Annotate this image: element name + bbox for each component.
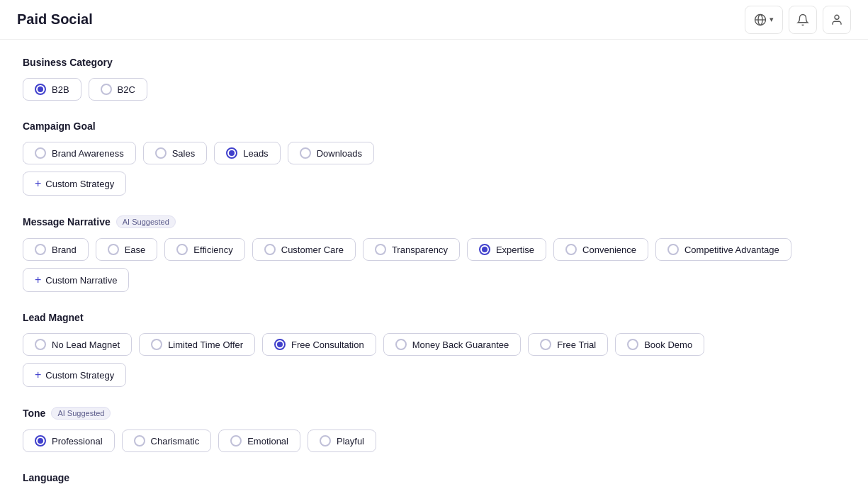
option-b2b[interactable]: B2B bbox=[23, 78, 81, 101]
option-free-consultation-label: Free Consultation bbox=[291, 339, 364, 350]
option-book-demo-label: Book Demo bbox=[644, 339, 692, 350]
option-limited-time-offer[interactable]: Limited Time Offer bbox=[139, 333, 255, 356]
option-limited-time-offer-label: Limited Time Offer bbox=[168, 339, 243, 350]
option-no-lead-magnet[interactable]: No Lead Magnet bbox=[23, 333, 132, 356]
option-leads-label: Leads bbox=[243, 148, 268, 159]
language-section: Language bbox=[23, 472, 845, 483]
campaign-goal-title: Campaign Goal bbox=[23, 120, 96, 132]
radio-customer-care bbox=[264, 244, 276, 255]
message-narrative-title: Message Narrative bbox=[23, 216, 111, 228]
option-convenience-label: Convenience bbox=[582, 245, 636, 255]
option-charismatic[interactable]: Charismatic bbox=[122, 430, 212, 452]
business-category-title: Business Category bbox=[23, 57, 113, 68]
option-book-demo[interactable]: Book Demo bbox=[615, 333, 704, 356]
radio-b2c bbox=[101, 84, 112, 95]
radio-free-consultation bbox=[274, 339, 286, 350]
radio-convenience bbox=[565, 244, 577, 255]
option-downloads-label: Downloads bbox=[317, 148, 362, 159]
option-free-consultation[interactable]: Free Consultation bbox=[262, 333, 376, 356]
globe-icon bbox=[754, 13, 767, 26]
message-narrative-section: Message Narrative AI Suggested Brand Eas… bbox=[23, 215, 845, 292]
option-professional[interactable]: Professional bbox=[23, 430, 115, 452]
lead-magnet-options: No Lead Magnet Limited Time Offer Free C… bbox=[23, 333, 845, 356]
option-emotional[interactable]: Emotional bbox=[218, 430, 300, 452]
campaign-goal-custom-row: + Custom Strategy bbox=[23, 172, 845, 196]
message-narrative-ai-badge: AI Suggested bbox=[116, 215, 176, 228]
radio-brand-awareness bbox=[35, 147, 46, 159]
option-expertise[interactable]: Expertise bbox=[467, 238, 546, 261]
radio-brand bbox=[35, 244, 46, 255]
option-downloads[interactable]: Downloads bbox=[288, 142, 374, 164]
language-selector-button[interactable]: ▾ bbox=[745, 6, 783, 34]
option-free-trial[interactable]: Free Trial bbox=[528, 333, 608, 356]
lead-magnet-custom-button[interactable]: + Custom Strategy bbox=[23, 363, 126, 387]
option-sales-label: Sales bbox=[172, 148, 196, 159]
option-efficiency[interactable]: Efficiency bbox=[164, 238, 244, 261]
radio-professional bbox=[35, 435, 46, 447]
radio-transparency bbox=[375, 244, 386, 255]
option-no-lead-magnet-label: No Lead Magnet bbox=[52, 339, 120, 350]
option-customer-care[interactable]: Customer Care bbox=[252, 238, 356, 261]
option-sales[interactable]: Sales bbox=[143, 142, 208, 164]
option-playful-label: Playful bbox=[337, 436, 364, 447]
radio-competitive-advantage bbox=[667, 244, 679, 255]
svg-point-3 bbox=[835, 15, 839, 19]
lead-magnet-section: Lead Magnet No Lead Magnet Limited Time … bbox=[23, 312, 845, 387]
message-narrative-custom-row: + Custom Narrative bbox=[23, 268, 845, 292]
language-header: Language bbox=[23, 472, 845, 483]
option-b2c-label: B2C bbox=[118, 84, 135, 95]
plus-icon: + bbox=[35, 177, 41, 190]
option-leads[interactable]: Leads bbox=[214, 142, 280, 164]
user-profile-button[interactable] bbox=[823, 6, 851, 34]
notification-button[interactable] bbox=[789, 6, 817, 34]
message-narrative-options: Brand Ease Efficiency Customer Care Tran… bbox=[23, 238, 845, 261]
lead-magnet-title: Lead Magnet bbox=[23, 312, 84, 323]
business-category-options: B2B B2C bbox=[23, 78, 845, 101]
option-convenience[interactable]: Convenience bbox=[553, 238, 648, 261]
campaign-goal-section: Campaign Goal Brand Awareness Sales Lead… bbox=[23, 120, 845, 196]
option-money-back-guarantee[interactable]: Money Back Guarantee bbox=[383, 333, 522, 356]
option-ease[interactable]: Ease bbox=[96, 238, 158, 261]
option-competitive-advantage[interactable]: Competitive Advantage bbox=[655, 238, 791, 261]
radio-leads bbox=[226, 147, 237, 159]
message-narrative-header: Message Narrative AI Suggested bbox=[23, 215, 845, 228]
option-brand[interactable]: Brand bbox=[23, 238, 89, 261]
radio-downloads bbox=[300, 147, 311, 159]
campaign-custom-strategy-button[interactable]: + Custom Strategy bbox=[23, 172, 126, 196]
campaign-goal-header: Campaign Goal bbox=[23, 120, 845, 132]
radio-book-demo bbox=[627, 339, 638, 350]
radio-free-trial bbox=[540, 339, 551, 350]
option-ease-label: Ease bbox=[125, 245, 146, 255]
option-transparency[interactable]: Transparency bbox=[363, 238, 460, 261]
option-playful[interactable]: Playful bbox=[308, 430, 376, 452]
radio-efficiency bbox=[176, 244, 188, 255]
radio-sales bbox=[155, 147, 167, 159]
plus-icon-2: + bbox=[35, 274, 41, 286]
option-emotional-label: Emotional bbox=[247, 436, 288, 447]
radio-expertise bbox=[479, 244, 490, 255]
lead-magnet-custom-label: Custom Strategy bbox=[45, 370, 114, 381]
option-free-trial-label: Free Trial bbox=[557, 339, 596, 350]
radio-ease bbox=[108, 244, 119, 255]
header: Paid Social ▾ bbox=[0, 0, 868, 40]
option-transparency-label: Transparency bbox=[392, 245, 448, 255]
business-category-section: Business Category B2B B2C bbox=[23, 57, 845, 101]
option-b2b-label: B2B bbox=[52, 84, 69, 95]
tone-options: Professional Charismatic Emotional Playf… bbox=[23, 430, 845, 452]
lead-magnet-header: Lead Magnet bbox=[23, 312, 845, 323]
tone-header: Tone AI Suggested bbox=[23, 407, 845, 420]
option-b2c[interactable]: B2C bbox=[89, 78, 147, 101]
narrative-custom-button[interactable]: + Custom Narrative bbox=[23, 268, 129, 292]
radio-b2b bbox=[35, 84, 46, 95]
option-brand-awareness-label: Brand Awareness bbox=[52, 148, 124, 159]
bell-icon bbox=[796, 13, 809, 26]
option-customer-care-label: Customer Care bbox=[281, 245, 344, 255]
option-efficiency-label: Efficiency bbox=[193, 245, 232, 255]
radio-no-lead-magnet bbox=[35, 339, 46, 350]
lead-magnet-custom-row: + Custom Strategy bbox=[23, 363, 845, 387]
campaign-goal-options: Brand Awareness Sales Leads Downloads bbox=[23, 142, 845, 164]
radio-money-back-guarantee bbox=[395, 339, 407, 350]
option-brand-label: Brand bbox=[52, 245, 77, 255]
option-brand-awareness[interactable]: Brand Awareness bbox=[23, 142, 136, 164]
radio-emotional bbox=[230, 435, 242, 447]
